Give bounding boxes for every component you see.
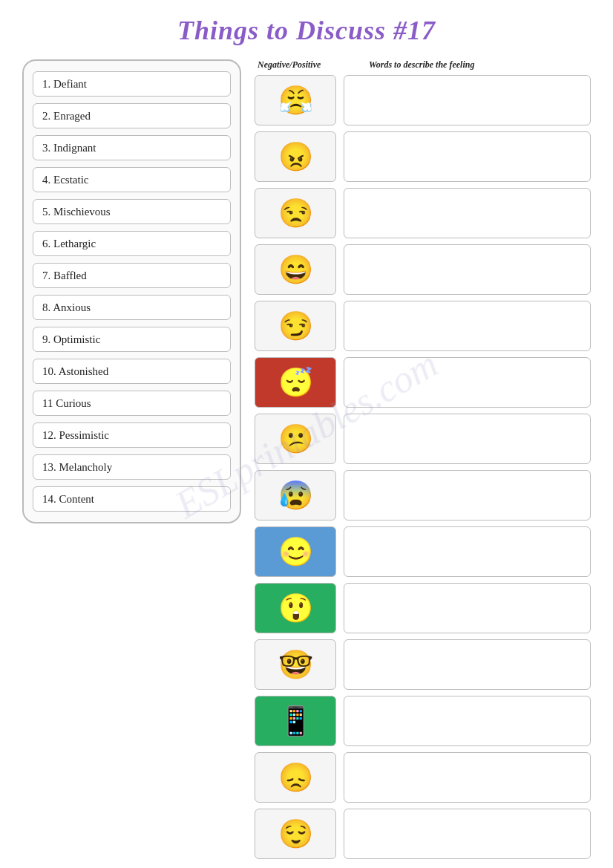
face-icon: 😲 xyxy=(255,584,335,633)
face-icon: 😤 xyxy=(255,76,335,125)
image-box: 😴 xyxy=(255,357,336,408)
word-item: 8. Anxious xyxy=(33,295,231,320)
main-layout: 1. Defiant2. Enraged3. Indignant4. Ecsta… xyxy=(22,59,591,865)
image-box: 🤓 xyxy=(255,639,336,690)
right-row: 😄 xyxy=(255,244,591,295)
word-item: 12. Pessimistic xyxy=(33,422,231,448)
face-icon: 😠 xyxy=(255,132,335,181)
image-box: 😄 xyxy=(255,244,336,295)
face-icon: 😒 xyxy=(255,189,335,238)
image-box: 📱 xyxy=(255,696,336,746)
image-box: 😒 xyxy=(255,188,336,238)
word-item: 11 Curious xyxy=(33,391,231,416)
image-box: 😌 xyxy=(255,809,336,859)
face-icon: 😄 xyxy=(255,245,335,294)
right-row: 😒 xyxy=(255,188,591,238)
right-row: 😲 xyxy=(255,583,591,633)
face-icon: 😊 xyxy=(255,527,335,576)
left-column: 1. Defiant2. Enraged3. Indignant4. Ecsta… xyxy=(22,59,241,523)
image-box: 😲 xyxy=(255,583,336,633)
word-item: 5. Mischievous xyxy=(33,199,231,224)
word-item: 7. Baffled xyxy=(33,263,231,288)
face-icon: 😕 xyxy=(255,414,335,463)
answer-box[interactable] xyxy=(344,357,591,408)
face-icon: 😌 xyxy=(255,809,335,858)
page-title: Things to Discuss #17 xyxy=(22,15,591,46)
answer-box[interactable] xyxy=(344,188,591,238)
header-neg-pos-label: Negative/Positive xyxy=(258,59,347,71)
image-box: 😤 xyxy=(255,75,336,125)
answer-box[interactable] xyxy=(344,639,591,690)
right-row: 😕 xyxy=(255,414,591,464)
word-item: 14. Content xyxy=(33,486,231,512)
word-item: 6. Lethargic xyxy=(33,231,231,256)
right-row: 😞 xyxy=(255,752,591,803)
right-row: 🤓 xyxy=(255,639,591,690)
face-icon: 😴 xyxy=(255,358,335,407)
right-row: 📱 xyxy=(255,696,591,746)
right-row: 😊 xyxy=(255,526,591,577)
image-box: 😞 xyxy=(255,752,336,803)
right-row: 😌 xyxy=(255,809,591,859)
right-row: 😤 xyxy=(255,75,591,125)
answer-box[interactable] xyxy=(344,583,591,633)
face-icon: 😏 xyxy=(255,301,335,350)
answer-box[interactable] xyxy=(344,131,591,182)
answer-box[interactable] xyxy=(344,526,591,577)
right-row: 😴 xyxy=(255,357,591,408)
word-item: 10. Astonished xyxy=(33,359,231,384)
face-icon: 😰 xyxy=(255,471,335,520)
image-box: 😰 xyxy=(255,470,336,521)
header-words-label: Words to describe the feeling xyxy=(347,59,591,71)
face-icon: 🤓 xyxy=(255,640,335,689)
right-row: 😏 xyxy=(255,301,591,351)
right-row: 😠 xyxy=(255,131,591,182)
word-item: 3. Indignant xyxy=(33,135,231,160)
answer-box[interactable] xyxy=(344,696,591,746)
answer-box[interactable] xyxy=(344,470,591,521)
answer-box[interactable] xyxy=(344,301,591,351)
image-box: 😏 xyxy=(255,301,336,351)
right-column: Negative/Positive Words to describe the … xyxy=(255,59,591,865)
image-box: 😊 xyxy=(255,526,336,577)
answer-box[interactable] xyxy=(344,244,591,295)
word-item: 4. Ecstatic xyxy=(33,167,231,192)
word-item: 1. Defiant xyxy=(33,71,231,97)
word-item: 2. Enraged xyxy=(33,103,231,128)
image-box: 😕 xyxy=(255,414,336,464)
face-icon: 😞 xyxy=(255,753,335,802)
word-item: 9. Optimistic xyxy=(33,327,231,352)
right-row: 😰 xyxy=(255,470,591,521)
face-icon: 📱 xyxy=(255,696,335,745)
answer-box[interactable] xyxy=(344,752,591,803)
image-box: 😠 xyxy=(255,131,336,182)
answer-box[interactable] xyxy=(344,414,591,464)
answer-box[interactable] xyxy=(344,809,591,859)
answer-box[interactable] xyxy=(344,75,591,125)
word-item: 13. Melancholy xyxy=(33,454,231,480)
right-header: Negative/Positive Words to describe the … xyxy=(255,59,591,71)
